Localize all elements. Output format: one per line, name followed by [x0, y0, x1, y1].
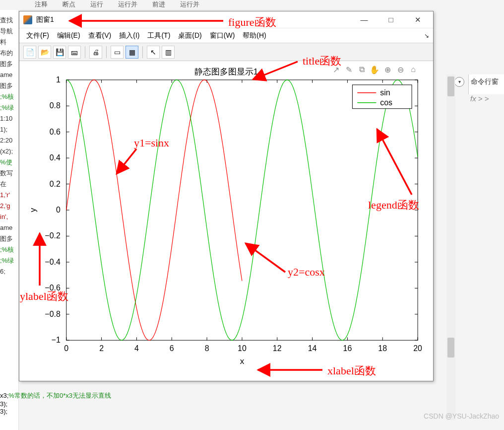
- close-button[interactable]: ✕: [406, 12, 429, 27]
- command-window-header: 命令行窗: [468, 74, 504, 94]
- colorbar-icon[interactable]: ▥: [162, 46, 175, 59]
- svg-text:8: 8: [205, 344, 209, 353]
- dropdown-caret-icon[interactable]: ▾: [454, 77, 464, 87]
- figure-window: 图窗1 — □ ✕ 文件(F) 编辑(E) 查看(V) 插入(I) 工具(T) …: [19, 11, 434, 381]
- watermark: CSDN @YSU-JackZhao: [424, 412, 499, 420]
- print-icon[interactable]: 🖨: [89, 46, 102, 59]
- svg-text:16: 16: [343, 344, 352, 353]
- data-cursor-icon[interactable]: ▭: [111, 46, 124, 59]
- command-prompt[interactable]: fx > >: [468, 94, 504, 103]
- toolbar: 📄 📂 💾 🖴 🖨 ▭ ▦ ↖ ▥: [19, 43, 433, 61]
- matlab-icon: [23, 15, 32, 24]
- svg-text:0.8: 0.8: [50, 101, 61, 110]
- menubar: 文件(F) 编辑(E) 查看(V) 插入(I) 工具(T) 桌面(D) 窗口(W…: [19, 28, 433, 43]
- plot-area: 静态图多图显示1 ↗ ✎ ⧉ ✋ ⊕ ⊖ ⌂ 02468101214161820…: [19, 62, 433, 381]
- ide-ribbon: 注释断点 运行运行并 前进运行并: [0, 0, 504, 10]
- svg-text:10: 10: [238, 344, 247, 353]
- menu-tools[interactable]: 工具(T): [144, 30, 173, 42]
- menu-help[interactable]: 帮助(H): [240, 30, 269, 42]
- scrollbar[interactable]: [446, 74, 455, 420]
- editor-gutter: 查找导航料布的图多ame图多;%核;%绿1:101);2:20(x2);%使数写…: [0, 10, 19, 430]
- svg-text:0: 0: [56, 206, 61, 214]
- svg-text:14: 14: [308, 344, 317, 353]
- svg-text:−0.2: −0.2: [45, 231, 61, 240]
- svg-text:0: 0: [64, 344, 68, 353]
- brush-icon[interactable]: ▦: [126, 46, 138, 59]
- menu-file[interactable]: 文件(F): [23, 30, 52, 42]
- code-line: x3;%常数的话，不加0*x3无法显示直线 3); 3);: [0, 391, 179, 415]
- svg-text:−0.8: −0.8: [45, 310, 61, 318]
- menu-edit[interactable]: 编辑(E): [54, 30, 83, 42]
- open-icon[interactable]: 📂: [38, 46, 51, 59]
- svg-text:y: y: [28, 208, 38, 212]
- new-file-icon[interactable]: 📄: [23, 46, 36, 59]
- svg-rect-0: [66, 80, 418, 340]
- svg-text:4: 4: [134, 344, 139, 353]
- svg-text:−1: −1: [52, 336, 61, 344]
- svg-text:sin: sin: [380, 88, 390, 97]
- svg-text:cos: cos: [380, 98, 392, 107]
- svg-text:12: 12: [273, 344, 282, 353]
- menu-view[interactable]: 查看(V): [85, 30, 115, 42]
- titlebar: 图窗1 — □ ✕: [19, 11, 433, 28]
- chart-svg: 02468101214161820−1−0.8−0.6−0.4−0.200.20…: [19, 62, 433, 381]
- maximize-button[interactable]: □: [379, 12, 402, 27]
- arrow-icon[interactable]: ↖: [147, 46, 160, 59]
- save-all-icon[interactable]: 🖴: [68, 46, 81, 59]
- svg-text:2: 2: [99, 344, 104, 353]
- svg-text:−0.6: −0.6: [45, 284, 61, 292]
- dock-icon[interactable]: ↘: [424, 32, 429, 39]
- menu-desktop[interactable]: 桌面(D): [175, 30, 204, 42]
- svg-text:18: 18: [378, 344, 387, 353]
- svg-text:6: 6: [170, 344, 174, 353]
- svg-text:1: 1: [56, 75, 61, 84]
- window-title: 图窗1: [36, 15, 54, 24]
- menu-window[interactable]: 窗口(W): [207, 30, 238, 42]
- svg-text:0.4: 0.4: [50, 153, 61, 162]
- svg-text:−0.4: −0.4: [45, 258, 61, 266]
- save-icon[interactable]: 💾: [53, 46, 66, 59]
- minimize-button[interactable]: —: [353, 12, 376, 27]
- svg-text:x: x: [240, 357, 245, 366]
- svg-text:0.2: 0.2: [50, 180, 61, 188]
- svg-text:0.6: 0.6: [50, 128, 61, 136]
- svg-text:20: 20: [413, 344, 422, 353]
- menu-insert[interactable]: 插入(I): [116, 30, 142, 42]
